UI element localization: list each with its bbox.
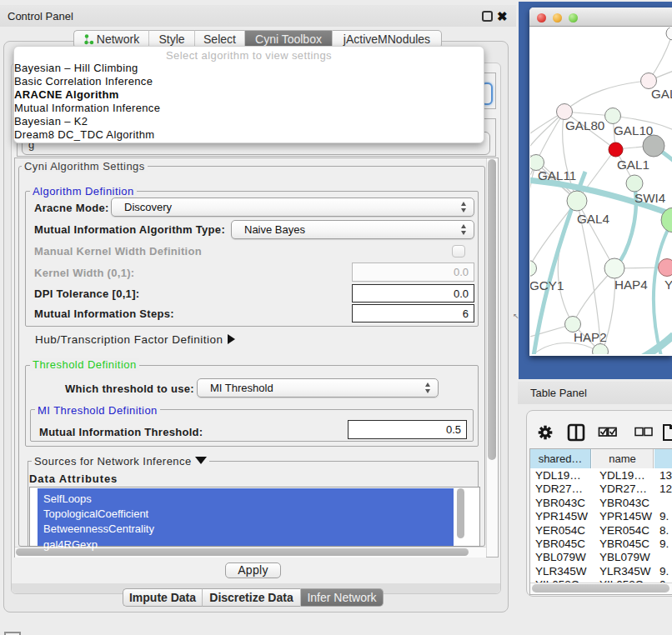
svg-text:HAP4: HAP4: [614, 278, 648, 292]
svg-text:GAL2: GAL2: [651, 87, 672, 101]
svg-text:GAL1: GAL1: [617, 158, 649, 172]
svg-text:GAL4: GAL4: [577, 212, 609, 226]
svg-text:SWI4: SWI4: [634, 191, 665, 205]
svg-text:HAP2: HAP2: [574, 330, 607, 344]
svg-text:GAL11: GAL11: [538, 168, 576, 182]
svg-text:GCY1: GCY1: [530, 278, 564, 292]
svg-text:GAL10: GAL10: [614, 123, 653, 138]
svg-text:Y: Y: [664, 278, 672, 292]
svg-text:GAL80: GAL80: [565, 118, 604, 132]
